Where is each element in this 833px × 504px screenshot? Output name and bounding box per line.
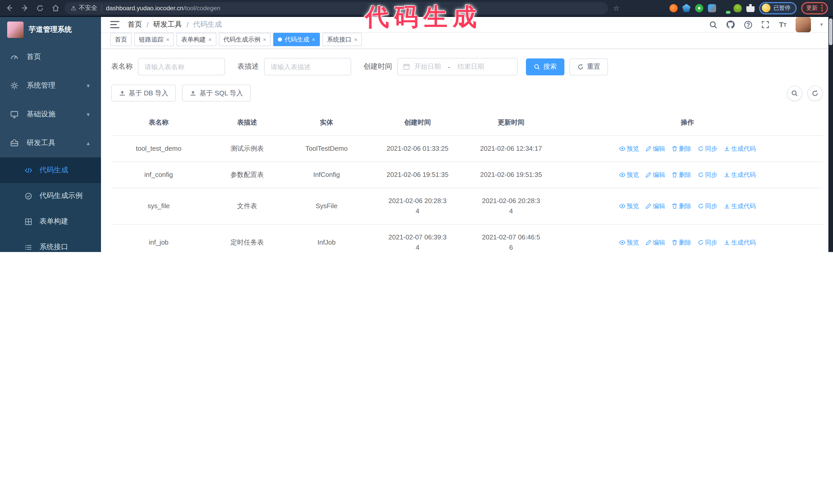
tab-form-builder[interactable]: 表单构建× xyxy=(176,33,216,46)
import-db-button[interactable]: 基于 DB 导入 xyxy=(111,85,176,101)
date-range-picker[interactable]: 开始日期 - 结束日期 xyxy=(397,58,518,75)
preview-link[interactable]: 预览 xyxy=(619,170,639,180)
delete-link[interactable]: 删除 xyxy=(671,237,691,248)
preview-link[interactable]: 预览 xyxy=(619,237,639,248)
edit-link[interactable]: 编辑 xyxy=(645,170,665,180)
form-icon xyxy=(25,218,32,225)
cell-actions: 预览 编辑 删除 同步 生成代码 xyxy=(552,193,823,219)
close-icon[interactable]: × xyxy=(312,37,315,43)
chevron-down-icon: ▼ xyxy=(86,83,91,89)
app-title: 芋道管理系统 xyxy=(29,25,72,34)
help-icon[interactable] xyxy=(743,20,753,29)
extension-icon-1[interactable] xyxy=(669,4,678,12)
browser-menu-icon[interactable] xyxy=(821,5,823,11)
generate-code-link[interactable]: 生成代码 xyxy=(723,144,756,154)
sidebar-item-label: 基础设施 xyxy=(27,110,55,119)
close-icon[interactable]: × xyxy=(263,37,266,43)
home-icon[interactable] xyxy=(51,4,60,12)
sidebar-item-system-api[interactable]: 系统接口 xyxy=(0,234,101,252)
reload-icon[interactable] xyxy=(36,4,44,12)
breadcrumb-home[interactable]: 首页 xyxy=(128,20,142,29)
close-icon[interactable]: × xyxy=(208,37,212,43)
table-row: tool_test_demo 测试示例表 ToolTestDemo 2021-0… xyxy=(111,136,823,162)
url-bar[interactable]: ⚠ 不安全 dashboard.yudao.iocoder.cn/tool/co… xyxy=(65,2,608,14)
sidebar-item-label: 代码生成 xyxy=(40,166,68,175)
browser-update-button[interactable]: 更新 xyxy=(801,2,828,14)
edit-link[interactable]: 编辑 xyxy=(645,201,665,211)
cell-table-name: inf_config xyxy=(111,162,206,188)
edit-link[interactable]: 编辑 xyxy=(645,144,665,154)
sync-link[interactable]: 同步 xyxy=(697,201,717,211)
sidebar-item-infrastructure[interactable]: 基础设施 ▼ xyxy=(0,100,101,129)
sidebar-item-codegen-example[interactable]: 代码生成示例 xyxy=(0,183,101,209)
cell-table-desc: 定时任务表 xyxy=(206,230,288,252)
sidebar-item-dev-tools[interactable]: 研发工具 ▲ xyxy=(0,129,101,158)
tab-codegen[interactable]: 代码生成× xyxy=(273,33,320,46)
profile-paused-badge[interactable]: 已暂停 xyxy=(759,2,796,14)
extension-icon-5[interactable]: on xyxy=(721,4,729,12)
import-sql-button[interactable]: 基于 SQL 导入 xyxy=(182,85,251,101)
back-icon[interactable] xyxy=(5,4,13,12)
monitor-icon xyxy=(10,110,19,118)
close-icon[interactable]: × xyxy=(354,37,358,43)
delete-link[interactable]: 删除 xyxy=(671,144,691,154)
table-desc-input[interactable] xyxy=(264,58,351,75)
sidebar-item-codegen[interactable]: 代码生成 xyxy=(0,158,101,183)
scrollbar-thumb[interactable] xyxy=(829,19,832,45)
tab-system-api[interactable]: 系统接口× xyxy=(323,33,362,46)
breadcrumb-dev-tools[interactable]: 研发工具 xyxy=(153,20,182,29)
fullscreen-icon[interactable] xyxy=(761,20,770,29)
generate-code-link[interactable]: 生成代码 xyxy=(723,201,756,211)
sync-link[interactable]: 同步 xyxy=(697,170,717,180)
close-icon[interactable]: × xyxy=(166,37,169,43)
cell-create-time: 2021-02-06 20:28:3 4 xyxy=(365,188,470,224)
preview-link[interactable]: 预览 xyxy=(619,201,639,211)
edit-link[interactable]: 编辑 xyxy=(645,237,665,248)
sync-link[interactable]: 同步 xyxy=(697,237,717,248)
delete-link[interactable]: 删除 xyxy=(671,201,691,211)
app-logo-row[interactable]: 芋道管理系统 xyxy=(0,17,101,43)
end-date-placeholder[interactable]: 结束日期 xyxy=(457,62,484,71)
cell-update-time: 2021-02-06 19:51:35 xyxy=(470,162,552,188)
search-button[interactable]: 搜索 xyxy=(526,58,564,75)
github-icon[interactable] xyxy=(726,20,735,29)
header-search-icon[interactable] xyxy=(709,20,718,29)
cell-entity: ToolTestDemo xyxy=(288,136,365,162)
sidebar: 芋道管理系统 首页 系统管理 ▼ 基础设施 ▼ xyxy=(0,17,101,252)
toggle-search-icon-button[interactable] xyxy=(787,86,802,101)
calendar-icon xyxy=(403,63,410,70)
avatar-caret-down-icon[interactable]: ▼ xyxy=(819,22,824,27)
page-scrollbar[interactable] xyxy=(828,17,833,252)
bookmark-star-icon[interactable]: ☆ xyxy=(613,4,619,12)
sync-link[interactable]: 同步 xyxy=(697,144,717,154)
cell-create-time: 2021-02-07 06:39:3 4 xyxy=(365,224,470,252)
preview-link[interactable]: 预览 xyxy=(619,144,639,154)
cell-entity: SysFile xyxy=(288,193,365,219)
extension-icon-4[interactable] xyxy=(708,4,716,12)
chevron-down-icon: ▼ xyxy=(86,112,91,117)
refresh-table-icon-button[interactable] xyxy=(807,86,823,101)
sidebar-item-label: 系统管理 xyxy=(27,81,55,90)
tab-home[interactable]: 首页 xyxy=(110,33,132,46)
sidebar-item-system-management[interactable]: 系统管理 ▼ xyxy=(0,71,101,100)
generate-code-link[interactable]: 生成代码 xyxy=(723,170,756,180)
font-size-icon[interactable]: TT xyxy=(778,20,787,29)
reset-button[interactable]: 重置 xyxy=(570,58,608,75)
extension-icon-6[interactable] xyxy=(734,4,742,12)
tab-tracing[interactable]: 链路追踪× xyxy=(134,33,174,46)
avatar[interactable] xyxy=(795,17,811,32)
extensions-puzzle-icon[interactable] xyxy=(746,4,755,12)
not-secure-warning[interactable]: ⚠ 不安全 xyxy=(71,4,97,12)
forward-icon[interactable] xyxy=(21,4,29,12)
extension-icon-2[interactable] xyxy=(682,4,690,12)
sidebar-item-form-builder[interactable]: 表单构建 xyxy=(0,209,101,234)
tab-codegen-example[interactable]: 代码生成示例× xyxy=(219,33,271,46)
start-date-placeholder[interactable]: 开始日期 xyxy=(414,62,441,71)
col-header-actions: 操作 xyxy=(552,110,823,135)
generate-code-link[interactable]: 生成代码 xyxy=(723,237,756,248)
table-name-input[interactable] xyxy=(138,58,225,75)
hamburger-icon[interactable] xyxy=(110,21,119,28)
sidebar-item-home[interactable]: 首页 xyxy=(0,43,101,71)
extension-icon-3[interactable] xyxy=(695,4,703,12)
delete-link[interactable]: 删除 xyxy=(671,170,691,180)
